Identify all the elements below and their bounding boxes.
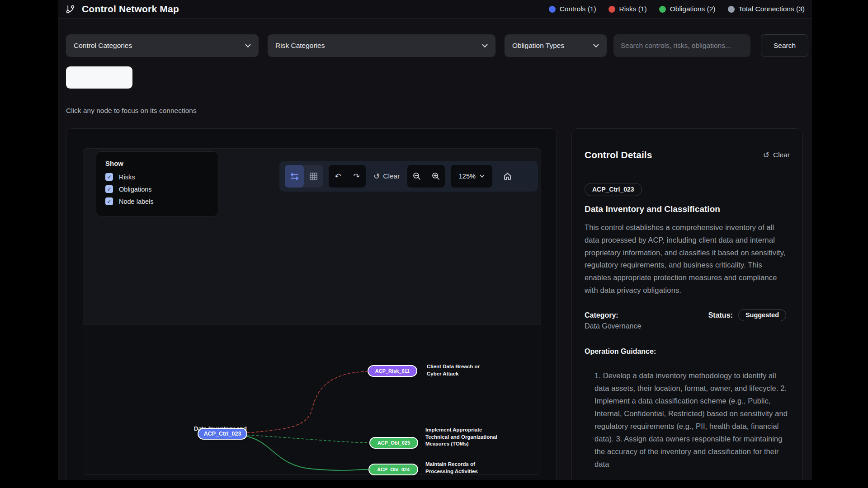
graph-clear-label: Clear [383, 172, 400, 180]
home-icon [503, 172, 512, 181]
control-description: This control establishes a comprehensive… [585, 221, 790, 297]
status-badge: Suggested [738, 309, 786, 321]
redo-button[interactable]: ↷ [347, 165, 366, 188]
chevron-down-icon [480, 174, 485, 178]
details-clear-label: Clear [773, 151, 790, 159]
legend: Controls (1) Risks (1) Obligations (2) T… [549, 5, 805, 13]
control-name-heading: Data Inventory and Classification [585, 204, 790, 214]
search-button[interactable]: Search [761, 34, 808, 57]
graph-clear-button[interactable]: ↺ Clear [373, 172, 400, 181]
checkbox-node-labels-label: Node labels [119, 198, 154, 205]
control-id-badge: ACP_Ctrl_023 [585, 183, 642, 196]
category-value: Data Governance [585, 322, 641, 330]
network-graph-container: Show ✓ Risks ✓ Obligations ✓ Node labels [83, 148, 541, 475]
status-label: Status: [708, 311, 733, 319]
operation-guidance-label: Operation Guidance: [585, 347, 790, 356]
search-input[interactable] [613, 34, 750, 57]
legend-risks-label: Risks (1) [619, 5, 647, 13]
checkbox-obligations[interactable]: ✓ Obligations [105, 185, 209, 193]
legend-obligations-label: Obligations (2) [670, 5, 716, 13]
checkbox-node-labels[interactable]: ✓ Node labels [105, 197, 209, 205]
legend-risks: Risks (1) [609, 5, 647, 13]
show-panel-title: Show [105, 160, 209, 167]
graph-canvas[interactable] [83, 324, 541, 475]
risk-categories-select[interactable]: Risk Categories [268, 34, 495, 57]
chevron-down-icon [245, 44, 251, 48]
legend-controls: Controls (1) [549, 5, 596, 13]
node-label-obligation-024: Maintain Records of Processing Activitie… [425, 461, 484, 475]
zoom-out-icon [413, 172, 421, 180]
undo-button[interactable]: ↶ [329, 165, 347, 188]
zoom-level-value: 125% [459, 173, 476, 180]
control-categories-select-label: Control Categories [74, 42, 132, 50]
swap-arrows-icon [290, 173, 299, 180]
total-connections-dot-icon [728, 6, 735, 13]
grid-icon [310, 173, 317, 180]
chevron-down-icon [593, 44, 599, 48]
app-root: Control Network Map Controls (1) Risks (… [58, 0, 812, 480]
category-label: Category: [585, 311, 641, 319]
node-obligation-ACP_Obl_025[interactable]: ACP_Obl_025 [369, 437, 418, 449]
layout-toggle-group [285, 165, 323, 188]
header-bar: Control Network Map Controls (1) Risks (… [58, 0, 812, 19]
checkbox-checked-icon[interactable]: ✓ [105, 197, 113, 205]
checkbox-checked-icon[interactable]: ✓ [105, 185, 113, 193]
status-block: Status: Suggested [708, 311, 786, 324]
show-panel: Show ✓ Risks ✓ Obligations ✓ Node labels [96, 151, 218, 216]
flow-layout-toggle[interactable] [285, 165, 304, 188]
risk-categories-select-label: Risk Categories [275, 42, 325, 50]
rotate-ccw-icon: ↺ [373, 172, 380, 181]
rotate-ccw-icon: ↺ [763, 150, 769, 160]
history-group: ↶ ↷ [329, 165, 366, 188]
redo-icon: ↷ [353, 172, 359, 181]
checkbox-checked-icon[interactable]: ✓ [105, 173, 113, 181]
obligation-types-select[interactable]: Obligation Types [505, 34, 607, 57]
node-control-ACP_Ctrl_023[interactable]: ACP_Ctrl_023 [198, 428, 247, 440]
empty-white-button[interactable] [66, 66, 132, 89]
grid-layout-toggle[interactable] [304, 165, 323, 188]
category-block: Category: Data Governance [585, 311, 641, 330]
details-clear-button[interactable]: ↺ Clear [763, 150, 790, 160]
node-risk-ACP_Risk_011[interactable]: ACP_Risk_011 [368, 365, 417, 377]
node-obligation-ACP_Obl_024[interactable]: ACP_Obl_024 [368, 464, 418, 475]
graph-toolbar: ↶ ↷ ↺ Clear [279, 161, 538, 192]
legend-obligations: Obligations (2) [659, 5, 716, 13]
operation-guidance-text: 1. Develop a data inventory methodology … [585, 369, 790, 470]
legend-controls-label: Controls (1) [560, 5, 596, 13]
obligations-dot-icon [659, 6, 666, 13]
node-label-risk: Client Data Breach or Cyber Attack [427, 363, 486, 377]
zoom-out-button[interactable] [407, 165, 426, 188]
zoom-level-select[interactable]: 125% [451, 165, 492, 188]
zoom-group [407, 165, 445, 188]
checkbox-obligations-label: Obligations [119, 186, 152, 193]
checkbox-risks-label: Risks [119, 174, 135, 181]
obligation-types-select-label: Obligation Types [512, 42, 564, 50]
checkbox-risks[interactable]: ✓ Risks [105, 173, 209, 181]
network-branch-icon [66, 5, 75, 14]
node-label-obligation-025: Implement Appropriate Technical and Orga… [425, 427, 499, 448]
zoom-in-icon [432, 172, 440, 180]
control-categories-select[interactable]: Control Categories [66, 34, 259, 57]
graph-hint-text: Click any node to focus on its connectio… [66, 107, 197, 115]
control-details-panel: Control Details ↺ Clear ACP_Ctrl_023 Dat… [571, 128, 803, 480]
page-title: Control Network Map [82, 4, 179, 14]
zoom-in-button[interactable] [426, 165, 445, 188]
risks-dot-icon [609, 6, 615, 13]
controls-dot-icon [549, 6, 556, 13]
details-panel-title: Control Details [585, 150, 652, 160]
fit-view-button[interactable] [498, 165, 516, 188]
legend-total-connections: Total Connections (3) [728, 5, 805, 13]
legend-total-connections-label: Total Connections (3) [739, 5, 805, 13]
chevron-down-icon [482, 44, 488, 48]
undo-icon: ↶ [335, 172, 341, 181]
